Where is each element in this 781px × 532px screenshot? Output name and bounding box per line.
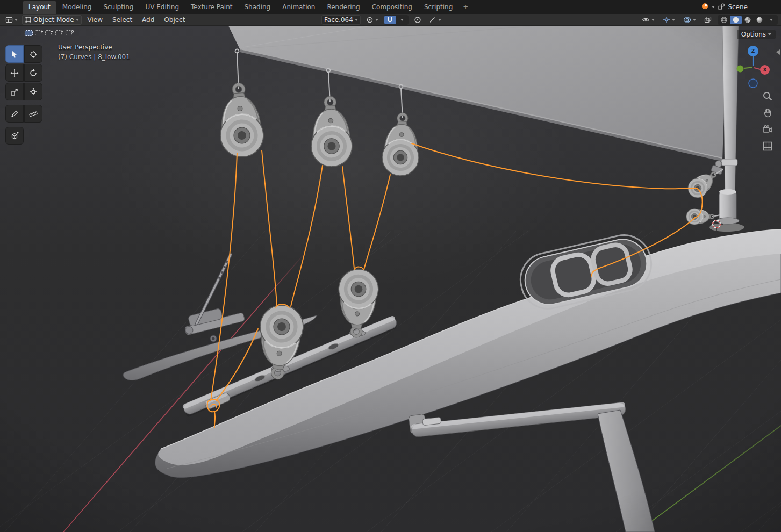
proportional-falloff-dropdown[interactable] <box>427 15 443 25</box>
menu-view[interactable]: View <box>84 14 106 26</box>
shading-mode-group <box>718 15 778 25</box>
gizmo-z-label: Z <box>751 48 755 54</box>
camera-icon <box>762 124 773 135</box>
tab-modeling[interactable]: Modeling <box>56 1 98 14</box>
select-box-tool[interactable] <box>5 45 24 63</box>
workspace-tabs: Layout Modeling Sculpting UV Editing Tex… <box>0 0 472 14</box>
pivot-point-dropdown[interactable] <box>364 15 381 25</box>
editor-type-button[interactable] <box>3 15 20 25</box>
ruler-icon <box>29 110 38 118</box>
cursor-arrow-icon <box>10 50 19 59</box>
tab-texture-paint[interactable]: Texture Paint <box>185 1 238 14</box>
transform-icon <box>29 88 38 96</box>
pan-control[interactable] <box>762 107 773 119</box>
toolbar <box>5 45 43 146</box>
options-label: Options <box>741 31 766 38</box>
magnet-icon <box>386 17 393 24</box>
rendered-sphere-icon <box>756 16 763 24</box>
3d-viewport[interactable]: User Perspective (7) Curves | 8_low.001 <box>0 26 781 532</box>
snap-toggle-button[interactable] <box>384 16 396 24</box>
scale-icon <box>10 88 19 96</box>
hand-icon <box>762 107 773 118</box>
options-button[interactable]: Options <box>737 30 776 39</box>
chevron-down-icon <box>375 19 378 21</box>
cursor-tool[interactable] <box>24 45 42 63</box>
select-set-icon <box>24 30 33 37</box>
blender-logo-icon[interactable] <box>701 2 709 12</box>
select-invert-icon <box>55 30 64 37</box>
sidebar-toggle-arrow[interactable] <box>776 49 780 55</box>
scale-tool[interactable] <box>5 83 24 100</box>
xray-toggle-button[interactable] <box>702 15 714 25</box>
xray-icon <box>704 16 712 24</box>
menu-object[interactable]: Object <box>160 14 189 26</box>
chevron-down-icon <box>651 19 655 21</box>
move-tool[interactable] <box>5 64 24 82</box>
menu-select[interactable]: Select <box>109 14 136 26</box>
measure-tool[interactable] <box>24 105 42 123</box>
camera-view-control[interactable] <box>762 124 773 135</box>
viewport-controls <box>762 90 773 152</box>
menu-add[interactable]: Add <box>138 14 158 26</box>
scene-name[interactable]: Scene <box>728 3 748 11</box>
shading-rendered-button[interactable] <box>754 16 765 24</box>
shading-settings-button[interactable] <box>765 16 777 24</box>
gizmo-axis-y[interactable] <box>737 66 744 73</box>
blender-window: Layout Modeling Sculpting UV Editing Tex… <box>0 0 781 532</box>
falloff-curve-icon <box>429 16 436 24</box>
transform-orientation-dropdown[interactable]: Face.064 <box>321 15 361 25</box>
proportional-edit-button[interactable] <box>412 15 424 25</box>
select-mode-set-button[interactable] <box>24 29 33 37</box>
tab-uv-editing[interactable]: UV Editing <box>139 1 185 14</box>
snap-group <box>384 15 409 25</box>
gizmo-axis-neg-z[interactable] <box>749 79 757 88</box>
chevron-down-icon <box>712 6 715 8</box>
chevron-down-icon <box>672 19 675 21</box>
topbar: Layout Modeling Sculpting UV Editing Tex… <box>0 0 781 14</box>
select-extend-icon <box>34 30 44 37</box>
object-type-visibility-dropdown[interactable] <box>640 15 657 25</box>
mode-label: Object Mode <box>33 16 74 24</box>
show-gizmo-dropdown[interactable] <box>661 15 677 25</box>
mode-dropdown[interactable]: Object Mode <box>22 15 82 25</box>
shading-material-button[interactable] <box>742 16 754 24</box>
material-sphere-icon <box>744 16 751 24</box>
editor-type-icon <box>5 16 13 24</box>
rotate-tool[interactable] <box>24 64 42 82</box>
perspective-toggle-control[interactable] <box>762 140 773 152</box>
tab-sculpting[interactable]: Sculpting <box>97 1 139 14</box>
object-mode-icon <box>25 16 32 23</box>
select-mode-intersect-button[interactable] <box>65 29 74 37</box>
select-mode-subtract-button[interactable] <box>44 29 54 37</box>
scene-icon <box>718 2 725 12</box>
tab-compositing[interactable]: Compositing <box>366 1 418 14</box>
snap-settings-button[interactable] <box>396 16 408 24</box>
chevron-down-icon <box>400 19 404 21</box>
zoom-control[interactable] <box>762 90 773 102</box>
add-workspace-button[interactable]: + <box>458 1 472 14</box>
select-mode-extend-button[interactable] <box>34 29 44 37</box>
navigation-gizmo[interactable]: Z X <box>730 45 776 90</box>
select-intersect-icon <box>65 30 74 37</box>
tab-scripting[interactable]: Scripting <box>418 1 458 14</box>
chevron-down-icon <box>438 19 441 21</box>
tab-animation[interactable]: Animation <box>276 1 321 14</box>
add-cube-tool[interactable] <box>5 127 24 145</box>
show-overlays-dropdown[interactable] <box>681 15 698 25</box>
pivot-point-icon <box>366 16 374 24</box>
tab-rendering[interactable]: Rendering <box>321 1 366 14</box>
magnifier-icon <box>762 91 773 102</box>
orientation-label: Face.064 <box>324 16 353 24</box>
select-mode-invert-button[interactable] <box>54 29 64 37</box>
annotate-tool[interactable] <box>5 105 24 123</box>
chevron-down-icon <box>693 19 696 21</box>
tab-shading[interactable]: Shading <box>238 1 276 14</box>
chevron-down-icon <box>355 19 358 21</box>
overlays-icon <box>683 16 691 24</box>
transform-tool[interactable] <box>24 83 42 100</box>
shading-wireframe-button[interactable] <box>718 16 730 24</box>
gizmo-x-label: X <box>763 67 767 73</box>
shading-solid-button[interactable] <box>730 16 742 24</box>
move-icon <box>10 69 19 77</box>
tab-layout[interactable]: Layout <box>23 1 56 14</box>
